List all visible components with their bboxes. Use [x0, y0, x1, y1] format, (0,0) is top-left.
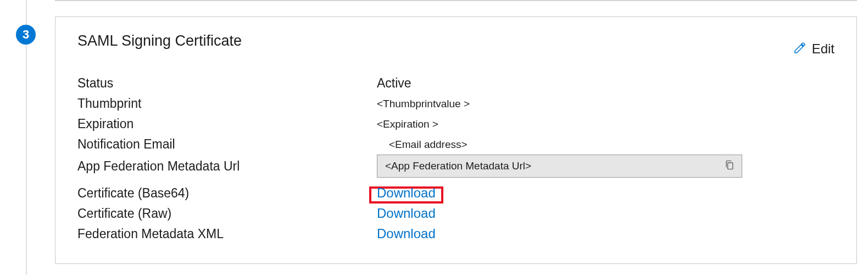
row-cert-raw: Certificate (Raw) Download	[77, 204, 834, 224]
row-metadata-url: App Federation Metadata Url <App Federat…	[77, 155, 834, 178]
download-fed-xml-link[interactable]: Download	[377, 226, 436, 242]
value-expiration: <Expiration >	[377, 118, 438, 130]
copy-button[interactable]	[722, 158, 737, 174]
row-fed-xml: Federation Metadata XML Download	[77, 224, 834, 244]
card-title: SAML Signing Certificate	[77, 32, 242, 50]
row-cert-base64: Certificate (Base64) Download	[77, 183, 834, 204]
copy-icon	[724, 159, 735, 173]
label-cert-raw: Certificate (Raw)	[77, 206, 377, 221]
metadata-url-input[interactable]: <App Federation Metadata Url>	[377, 155, 742, 178]
value-status: Active	[377, 76, 411, 91]
step-badge: 3	[16, 25, 36, 45]
svg-rect-0	[728, 163, 733, 169]
download-cert-raw-link[interactable]: Download	[377, 206, 436, 222]
value-thumbprint: <Thumbprintvalue >	[377, 98, 470, 110]
edit-label: Edit	[812, 41, 834, 57]
card-header: SAML Signing Certificate Edit	[77, 32, 834, 57]
row-notification-email: Notification Email <Email address>	[77, 134, 834, 155]
panel-divider	[55, 0, 857, 1]
value-metadata-url: <App Federation Metadata Url>	[385, 160, 722, 172]
edit-button[interactable]: Edit	[793, 41, 834, 57]
label-fed-xml: Federation Metadata XML	[77, 227, 377, 241]
pencil-icon	[793, 41, 806, 57]
step-number: 3	[23, 28, 29, 42]
download-cert-base64-link[interactable]: Download	[377, 185, 436, 201]
field-rows: Status Active Thumbprint <Thumbprintvalu…	[77, 73, 834, 244]
label-thumbprint: Thumbprint	[77, 96, 377, 111]
row-status: Status Active	[77, 73, 834, 94]
value-notification-email: <Email address>	[389, 139, 468, 151]
label-expiration: Expiration	[77, 117, 377, 131]
label-metadata-url: App Federation Metadata Url	[77, 159, 377, 174]
saml-certificate-card: SAML Signing Certificate Edit Status Act…	[55, 16, 857, 264]
label-status: Status	[77, 76, 377, 91]
label-cert-base64: Certificate (Base64)	[77, 186, 377, 201]
highlight-box: Download	[369, 186, 443, 204]
label-notification-email: Notification Email	[77, 137, 377, 152]
row-expiration: Expiration <Expiration >	[77, 114, 834, 134]
row-thumbprint: Thumbprint <Thumbprintvalue >	[77, 94, 834, 114]
